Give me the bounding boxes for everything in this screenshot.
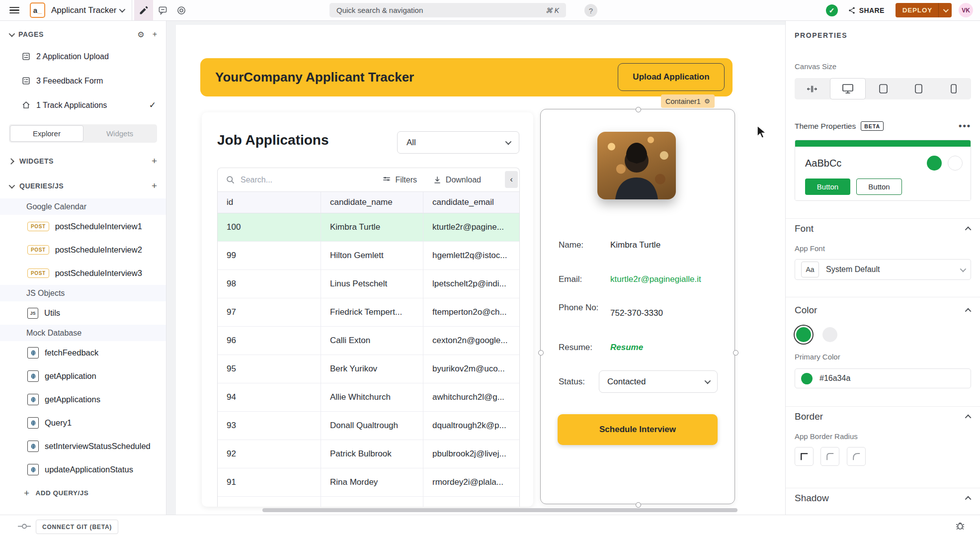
table-row[interactable]: 95Berk Yurikovbyurikov2m@uco... <box>218 355 519 383</box>
query-item-fetchfeedback[interactable]: fetchFeedback <box>0 341 166 364</box>
comment-mode-button[interactable] <box>153 0 172 20</box>
table-row[interactable]: 100Kimbra Turtlekturtle2r@pagine... <box>218 213 519 242</box>
app-menu-chevron-icon[interactable] <box>119 6 126 13</box>
upload-application-button[interactable]: Upload Application <box>618 63 725 91</box>
resize-handle-top[interactable] <box>636 107 641 112</box>
table-search-input[interactable]: Search... <box>226 175 272 184</box>
table-collapse-button[interactable]: ‹ <box>505 171 518 188</box>
shadow-section-header[interactable]: Shadow <box>795 493 971 504</box>
candidate-detail-container[interactable]: Name: Kimbra Turtle Email: kturtle2r@pag… <box>540 109 735 504</box>
color-collapse-chevron-icon <box>965 308 972 314</box>
table-row[interactable]: 94Allie Whitchurchawhitchurch2l@g... <box>218 383 519 412</box>
table-row[interactable]: 96Calli Extoncexton2n@google... <box>218 327 519 355</box>
pages-section-header[interactable]: PAGES ⚙ + <box>0 24 166 44</box>
column-header-id[interactable]: id <box>218 192 321 213</box>
resize-handle-bottom[interactable] <box>636 502 641 508</box>
sidebar-item-track-applications[interactable]: 1 Track Applications ✓ <box>0 93 166 117</box>
query-item-getapplications[interactable]: getApplications <box>0 388 166 411</box>
phone-label: Phone No: <box>559 303 610 318</box>
theme-background-swatch[interactable] <box>948 156 963 171</box>
email-link[interactable]: kturtle2r@paginegialle.it <box>610 274 701 284</box>
debug-bug-icon[interactable] <box>955 521 965 531</box>
color-section-header[interactable]: Color <box>795 305 971 316</box>
resume-link[interactable]: Resume <box>610 343 643 353</box>
pages-settings-gear-icon[interactable]: ⚙ <box>137 30 144 39</box>
table-row[interactable]: 97Friedrick Tempert...ftemperton2o@ch... <box>218 298 519 327</box>
sidebar-item-application-upload[interactable]: 2 Application Upload <box>0 44 166 69</box>
app-font-select[interactable]: Aa System Default <box>795 259 971 280</box>
canvas-size-desktop-button[interactable] <box>830 78 866 99</box>
top-bar: a_ Applicant Tracker Quick search & navi… <box>0 0 980 21</box>
share-button[interactable]: SHARE <box>848 6 885 14</box>
query-item-postscheduleinterview2[interactable]: POST postScheduleInterview2 <box>0 238 166 262</box>
font-section-header[interactable]: Font <box>795 223 971 234</box>
query-item-utils[interactable]: JS Utils <box>0 301 166 325</box>
query-item-postscheduleinterview3[interactable]: POST postScheduleInterview3 <box>0 262 166 285</box>
query-group-js-objects[interactable]: JS Objects <box>0 285 166 301</box>
selected-widget-tag[interactable]: Container1 ⚙ <box>661 94 715 108</box>
radius-medium-icon <box>823 450 836 463</box>
tab-widgets[interactable]: Widgets <box>83 125 156 142</box>
canvas-size-fluid-button[interactable] <box>795 78 830 99</box>
table-row[interactable]: 98Linus Petscheltlpetschelt2p@indi... <box>218 270 519 298</box>
table-row[interactable]: 93Donall Qualtroughdqualtrough2k@p... <box>218 412 519 440</box>
canvas-horizontal-scrollbar[interactable] <box>262 508 737 512</box>
table-download-button[interactable]: Download <box>433 168 481 191</box>
quick-search-input[interactable]: Quick search & navigation ⌘ K <box>329 3 566 17</box>
add-query-button[interactable]: + <box>152 180 157 191</box>
user-avatar[interactable]: VK <box>959 3 973 17</box>
add-page-button[interactable]: + <box>153 30 157 39</box>
query-group-google-calendar[interactable]: Google Calendar <box>0 198 166 215</box>
theme-primary-swatch[interactable] <box>927 156 942 171</box>
query-item-setinterviewstatusscheduled[interactable]: setInterviewStatusScheduled <box>0 435 166 458</box>
color-swatches <box>795 326 971 344</box>
table-row[interactable]: 92Patrick Bulbrookpbulbrook2j@livej... <box>218 440 519 468</box>
resize-handle-right[interactable] <box>733 350 738 356</box>
radius-sharp-button[interactable] <box>795 447 814 466</box>
resize-handle-left[interactable] <box>538 350 544 356</box>
detail-email-row: Email: kturtle2r@paginegialle.it <box>559 274 717 284</box>
deploy-button[interactable]: DEPLOY <box>896 3 952 17</box>
help-button[interactable]: ? <box>584 4 597 17</box>
widget-settings-gear-icon[interactable]: ⚙ <box>704 97 710 105</box>
table-row[interactable]: 90Jany Mullinsjmullins2h@shutt... <box>218 497 519 507</box>
edit-mode-button[interactable] <box>134 0 153 20</box>
post-method-badge: POST <box>27 222 49 231</box>
status-filter-select[interactable]: All <box>397 131 519 154</box>
canvas-size-mobile-button[interactable] <box>936 78 971 99</box>
query-item-updateapplicationstatus[interactable]: updateApplicationStatus <box>0 458 166 481</box>
canvas-size-tablet-large-button[interactable] <box>866 78 901 99</box>
radius-round-button[interactable] <box>847 447 866 466</box>
hamburger-menu-button[interactable] <box>5 0 24 20</box>
header-banner-container[interactable]: YourCompany Applicant Tracker Upload App… <box>200 58 733 96</box>
connect-git-button[interactable]: CONNECT GIT (BETA) <box>36 520 118 534</box>
background-color-swatch[interactable] <box>822 327 837 342</box>
add-widget-button[interactable]: + <box>152 156 157 167</box>
queries-section-header[interactable]: QUERIES/JS + <box>0 174 166 198</box>
query-group-mock-database[interactable]: Mock Database <box>0 325 166 341</box>
border-section-header[interactable]: Border <box>795 411 971 422</box>
table-filters-button[interactable]: Filters <box>382 168 417 191</box>
add-query-js-button[interactable]: + ADD QUERY/JS <box>0 481 166 505</box>
tab-explorer[interactable]: Explorer <box>10 125 83 142</box>
table-row[interactable]: 91Rina Mordeyrmordey2i@plala... <box>218 468 519 497</box>
schedule-interview-button[interactable]: Schedule Interview <box>558 414 718 445</box>
column-header-candidate-name[interactable]: candidate_name <box>321 192 423 213</box>
status-select[interactable]: Contacted <box>599 370 718 393</box>
sidebar-item-feedback-form[interactable]: 3 Feeedback Form <box>0 69 166 93</box>
detail-resume-row: Resume: Resume <box>559 343 717 353</box>
radius-medium-button[interactable] <box>820 447 839 466</box>
widgets-section-header[interactable]: WIDGETS + <box>0 149 166 174</box>
query-item-postscheduleinterview1[interactable]: POST postScheduleInterview1 <box>0 215 166 238</box>
table-row[interactable]: 99Hilton Gemletthgemlett2q@istoc... <box>218 242 519 270</box>
view-mode-button[interactable] <box>172 0 191 20</box>
hamburger-icon <box>9 7 19 14</box>
query-item-query1[interactable]: Query1 <box>0 411 166 435</box>
theme-options-menu-button[interactable]: ••• <box>959 121 971 131</box>
column-header-candidate-email[interactable]: candidate_email <box>423 192 520 213</box>
table-search-placeholder: Search... <box>241 176 272 184</box>
primary-color-swatch[interactable] <box>795 326 813 344</box>
query-item-getapplication[interactable]: getApplication <box>0 364 166 388</box>
canvas-size-tablet-button[interactable] <box>901 78 936 99</box>
primary-color-input[interactable]: #16a34a <box>795 368 971 388</box>
